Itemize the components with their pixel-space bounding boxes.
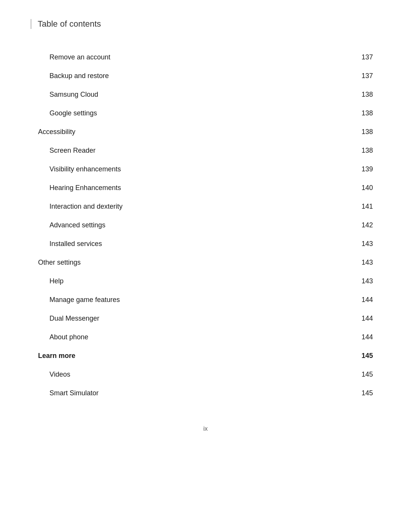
footer-page-number: ix [203, 425, 208, 432]
toc-entry: Visibility enhancements139 [38, 160, 373, 179]
toc-entry-page: 143 [362, 240, 373, 248]
toc-entry-page: 142 [362, 221, 373, 229]
toc-entry-page: 143 [362, 277, 373, 285]
toc-entry-label: Advanced settings [38, 221, 105, 229]
toc-entry: Hearing Enhancements140 [38, 179, 373, 197]
toc-entry-label: Backup and restore [38, 72, 109, 80]
toc-entry: Backup and restore137 [38, 67, 373, 85]
toc-entry: Remove an account137 [38, 48, 373, 67]
toc-entry-label: Remove an account [38, 53, 110, 61]
toc-entry-label: Installed services [38, 240, 102, 248]
toc-entry-page: 138 [362, 91, 373, 99]
toc-entry-label: Screen Reader [38, 147, 96, 155]
toc-entry-label: Visibility enhancements [38, 165, 121, 173]
toc-entry: Videos145 [38, 365, 373, 384]
toc-entry-label: Manage game features [38, 296, 120, 304]
page-footer: ix [30, 425, 381, 432]
toc-entry: Learn more145 [38, 347, 373, 365]
toc-entry-page: 143 [362, 259, 373, 267]
toc-entry-label: Samsung Cloud [38, 91, 98, 99]
toc-entry-label: Google settings [38, 109, 97, 117]
toc-entry-page: 138 [362, 109, 373, 117]
toc-entry-page: 140 [362, 184, 373, 192]
toc-entry-page: 141 [362, 203, 373, 211]
toc-entry-label: Dual Messenger [38, 315, 99, 323]
toc-entry-page: 138 [362, 147, 373, 155]
toc-entry: Interaction and dexterity141 [38, 197, 373, 216]
toc-entry-page: 145 [362, 389, 373, 397]
toc-entry-label: Interaction and dexterity [38, 203, 123, 211]
toc-entry: Dual Messenger144 [38, 309, 373, 328]
toc-entry-label: About phone [38, 333, 88, 341]
toc-entry-page: 138 [362, 128, 373, 136]
toc-entry-label: Smart Simulator [38, 389, 99, 397]
toc-entry-label: Help [38, 277, 64, 285]
header: Table of contents [30, 19, 381, 29]
toc-entry-page: 145 [362, 371, 373, 379]
toc-entry: Screen Reader138 [38, 141, 373, 160]
toc-entry: Manage game features144 [38, 291, 373, 309]
toc-entry-page: 145 [362, 352, 373, 360]
toc-entry-label: Hearing Enhancements [38, 184, 121, 192]
toc-entry: Advanced settings142 [38, 216, 373, 235]
toc-container: Remove an account137Backup and restore13… [30, 48, 381, 403]
toc-entry: Smart Simulator145 [38, 384, 373, 403]
toc-entry: Help143 [38, 272, 373, 291]
toc-entry-label: Accessibility [38, 128, 75, 136]
header-title: Table of contents [38, 19, 101, 29]
toc-entry: Installed services143 [38, 235, 373, 253]
toc-entry-page: 144 [362, 296, 373, 304]
toc-entry: Samsung Cloud138 [38, 85, 373, 104]
toc-entry: Other settings143 [38, 253, 373, 272]
toc-entry-page: 137 [362, 53, 373, 61]
toc-entry-label: Videos [38, 371, 70, 379]
toc-entry-page: 144 [362, 315, 373, 323]
toc-entry-page: 139 [362, 165, 373, 173]
toc-entry-label: Learn more [38, 352, 75, 360]
toc-entry: Accessibility138 [38, 123, 373, 141]
toc-entry-page: 137 [362, 72, 373, 80]
toc-entry-label: Other settings [38, 259, 81, 267]
toc-entry: Google settings138 [38, 104, 373, 123]
toc-entry-page: 144 [362, 333, 373, 341]
toc-entry: About phone144 [38, 328, 373, 347]
